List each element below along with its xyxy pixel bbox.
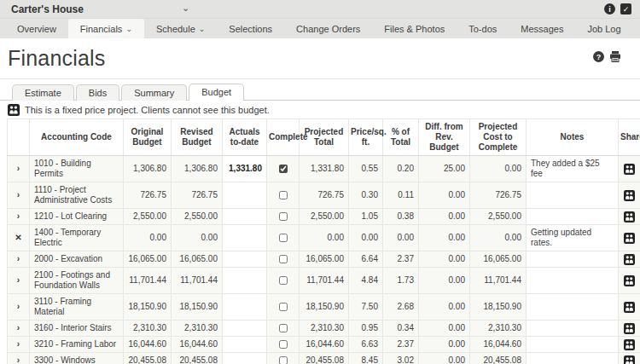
expand-toggle[interactable]: › xyxy=(8,209,30,225)
complete-cell xyxy=(267,268,300,294)
projected-total-cell: 18,150.90 xyxy=(300,294,349,321)
nav-item-change-orders[interactable]: Change Orders xyxy=(284,19,372,38)
accounting-code-cell: 3110 - Framing Material xyxy=(30,294,124,321)
complete-cell xyxy=(267,209,300,225)
nav-item-financials[interactable]: Financials ⌄ xyxy=(68,19,144,38)
main-nav: Overview Financials ⌄ Schedule ⌄ Selecti… xyxy=(0,19,640,38)
share-button[interactable] xyxy=(619,225,640,251)
actuals-to-date-cell[interactable] xyxy=(223,337,267,353)
notes-cell[interactable] xyxy=(527,294,619,321)
expand-toggle[interactable]: › xyxy=(8,268,30,294)
share-button[interactable] xyxy=(619,209,640,225)
nav-item-warranty[interactable]: Warranty xyxy=(633,19,640,38)
original-budget-cell: 1,306.80 xyxy=(124,156,172,182)
col-revised-budget: Revised Budget xyxy=(172,119,223,156)
share-icon xyxy=(619,233,640,244)
expand-icon: › xyxy=(17,211,20,221)
actuals-to-date-cell[interactable] xyxy=(223,321,267,337)
cost-to-complete-cell: 2,550.00 xyxy=(470,209,527,225)
col-actuals-to-date: Actuals to-date xyxy=(223,119,267,156)
nav-item-overview[interactable]: Overview xyxy=(5,19,68,38)
subtab-bids[interactable]: Bids xyxy=(76,84,119,101)
notes-cell[interactable] xyxy=(527,321,619,337)
complete-checkbox[interactable] xyxy=(279,340,288,349)
complete-checkbox[interactable] xyxy=(279,212,288,221)
actuals-to-date-cell[interactable]: 1,331.80 xyxy=(223,156,267,182)
subtab-estimate[interactable]: Estimate xyxy=(12,84,74,101)
diff-from-rev-budget-cell: 0.00 xyxy=(419,268,470,294)
accounting-code-cell: 1210 - Lot Clearing xyxy=(30,209,124,225)
actuals-to-date-cell[interactable] xyxy=(223,209,267,225)
price-sqft-cell: 8.45 xyxy=(349,353,383,364)
share-button[interactable] xyxy=(619,268,640,294)
original-budget-cell: 2,550.00 xyxy=(124,209,172,225)
complete-checkbox[interactable] xyxy=(279,276,288,285)
budget-row: › 3110 - Framing Material 18,150.90 18,1… xyxy=(8,294,640,321)
project-selector-chevron-down-icon[interactable]: ⌄ xyxy=(182,3,189,14)
share-button[interactable] xyxy=(619,251,640,268)
complete-checkbox[interactable] xyxy=(279,356,288,364)
price-sqft-cell: 1.05 xyxy=(349,209,383,225)
complete-cell xyxy=(267,251,300,268)
share-icon xyxy=(619,339,640,350)
nav-item-files-photos[interactable]: Files & Photos xyxy=(372,19,457,38)
actuals-to-date-cell[interactable] xyxy=(223,268,267,294)
share-button[interactable] xyxy=(619,294,640,321)
expand-toggle[interactable]: ✕ xyxy=(8,225,30,251)
notes-cell[interactable]: Getting updated rates. xyxy=(527,225,619,251)
actuals-to-date-cell[interactable] xyxy=(223,251,267,268)
expand-toggle[interactable]: › xyxy=(8,353,30,364)
cost-to-complete-cell: 726.75 xyxy=(470,182,527,209)
nav-item-messages[interactable]: Messages xyxy=(509,19,575,38)
share-icon xyxy=(619,275,640,286)
expand-toggle[interactable]: › xyxy=(8,182,30,209)
complete-checkbox[interactable] xyxy=(279,191,288,199)
expand-toggle[interactable]: › xyxy=(8,156,30,182)
complete-checkbox[interactable] xyxy=(279,303,288,311)
subtab-budget[interactable]: Budget xyxy=(189,84,244,101)
share-button[interactable] xyxy=(619,337,640,353)
info-icon[interactable]: i xyxy=(604,3,615,14)
pct-of-total-cell: 2.37 xyxy=(383,337,419,353)
budget-row: › 2000 - Excavation 16,065.00 16,065.00 … xyxy=(8,251,640,268)
notes-cell[interactable] xyxy=(527,353,619,364)
notes-cell[interactable]: They added a $25 fee xyxy=(527,156,619,182)
actuals-to-date-cell[interactable] xyxy=(223,182,267,209)
share-button[interactable] xyxy=(619,156,640,182)
nav-item-job-log[interactable]: Job Log xyxy=(575,19,632,38)
notes-cell[interactable] xyxy=(527,209,619,225)
share-button[interactable] xyxy=(619,353,640,364)
expand-icon: › xyxy=(17,302,20,311)
revised-budget-cell: 2,310.30 xyxy=(172,321,223,337)
nav-item-selections[interactable]: Selections xyxy=(217,19,284,38)
subtab-summary[interactable]: Summary xyxy=(121,84,187,101)
checkbox-icon[interactable]: ✓ xyxy=(620,3,631,14)
expand-toggle[interactable]: › xyxy=(8,294,30,321)
complete-checkbox[interactable] xyxy=(279,165,288,173)
help-icon[interactable]: ? xyxy=(593,51,604,62)
complete-cell xyxy=(267,182,300,209)
print-icon[interactable] xyxy=(609,51,621,62)
col-accounting-code: Accounting Code xyxy=(30,119,124,156)
notes-cell[interactable] xyxy=(527,268,619,294)
share-button[interactable] xyxy=(619,182,640,209)
expand-toggle[interactable]: › xyxy=(8,337,30,353)
nav-item-schedule[interactable]: Schedule ⌄ xyxy=(144,19,217,38)
expand-icon: ✕ xyxy=(15,233,21,242)
notes-cell[interactable] xyxy=(527,337,619,353)
expand-toggle[interactable]: › xyxy=(8,251,30,268)
complete-checkbox[interactable] xyxy=(279,324,288,332)
expand-toggle[interactable]: › xyxy=(8,321,30,337)
complete-cell xyxy=(267,156,300,182)
notes-cell[interactable] xyxy=(527,182,619,209)
original-budget-cell: 2,310.30 xyxy=(124,321,172,337)
nav-item-to-dos[interactable]: To-dos xyxy=(457,19,509,38)
budget-row: › 3210 - Framing Labor 16,044.60 16,044.… xyxy=(8,337,640,353)
complete-checkbox[interactable] xyxy=(279,255,288,263)
actuals-to-date-cell[interactable] xyxy=(223,294,267,321)
actuals-to-date-cell[interactable] xyxy=(223,353,267,364)
complete-checkbox[interactable] xyxy=(279,234,288,242)
share-button[interactable] xyxy=(619,321,640,337)
actuals-to-date-cell[interactable] xyxy=(223,225,267,251)
notes-cell[interactable] xyxy=(527,251,619,268)
